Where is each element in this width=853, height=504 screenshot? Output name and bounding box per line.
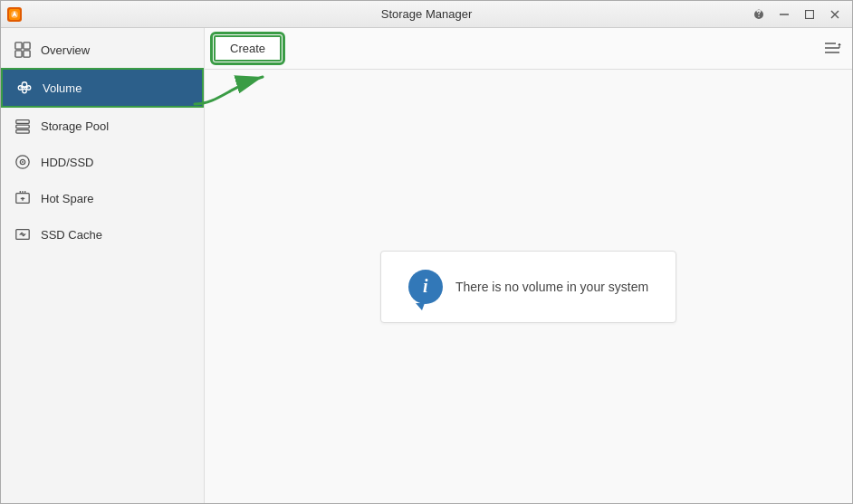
svg-point-9 xyxy=(22,82,26,87)
sidebar-storage-pool-label: Storage Pool xyxy=(41,119,109,133)
toolbar-left: Create xyxy=(214,35,282,62)
svg-rect-4 xyxy=(806,10,814,18)
empty-message-box: i There is no volume in your system xyxy=(380,251,676,323)
sidebar-hot-spare-label: Hot Spare xyxy=(41,192,94,205)
storage-manager-window: Storage Manager xyxy=(0,0,853,504)
volume-icon xyxy=(15,79,34,97)
maximize-button[interactable] xyxy=(798,5,821,24)
svg-point-21 xyxy=(22,161,24,163)
info-icon: i xyxy=(408,270,443,304)
svg-line-14 xyxy=(24,87,29,88)
svg-rect-18 xyxy=(16,130,29,134)
toolbar: Create xyxy=(205,28,852,70)
sidebar-item-overview[interactable]: Overview xyxy=(1,32,204,68)
close-button[interactable] xyxy=(823,5,847,24)
sidebar-volume-label: Volume xyxy=(43,81,81,95)
svg-point-12 xyxy=(23,89,27,93)
help-button[interactable] xyxy=(747,5,771,24)
content-area: Create i xyxy=(205,28,852,503)
window-title: Storage Manager xyxy=(381,7,472,21)
titlebar: Storage Manager xyxy=(1,1,852,28)
titlebar-right-controls xyxy=(747,5,847,24)
overview-icon xyxy=(14,41,32,59)
sidebar-item-volume[interactable]: Volume xyxy=(1,68,204,108)
create-button[interactable]: Create xyxy=(214,35,282,62)
hot-spare-icon xyxy=(14,189,32,207)
sidebar-ssd-cache-label: SSD Cache xyxy=(41,228,102,242)
svg-rect-17 xyxy=(16,125,29,128)
toolbar-right xyxy=(821,38,843,60)
svg-rect-6 xyxy=(24,43,30,49)
sidebar-overview-label: Overview xyxy=(41,43,90,57)
sidebar-item-storage-pool[interactable]: Storage Pool xyxy=(1,108,204,144)
svg-rect-16 xyxy=(16,120,29,124)
sort-icon[interactable] xyxy=(821,38,843,60)
sidebar: Overview Volume xyxy=(1,28,205,503)
minimize-button[interactable] xyxy=(772,5,796,24)
svg-rect-28 xyxy=(16,230,29,240)
sidebar-item-hdd-ssd[interactable]: HDD/SSD xyxy=(1,144,204,180)
svg-line-13 xyxy=(21,87,25,88)
sidebar-item-ssd-cache[interactable]: SSD Cache xyxy=(1,216,204,252)
hdd-ssd-icon xyxy=(14,153,32,171)
svg-rect-5 xyxy=(15,43,22,49)
sidebar-item-hot-spare[interactable]: Hot Spare xyxy=(1,180,204,216)
svg-rect-8 xyxy=(24,51,30,57)
empty-message-text: There is no volume in your system xyxy=(455,280,648,294)
empty-content-area: i There is no volume in your system xyxy=(205,70,852,503)
ssd-cache-icon xyxy=(14,225,32,243)
svg-rect-7 xyxy=(15,51,22,57)
main-layout: Overview Volume xyxy=(1,28,852,503)
storage-pool-icon xyxy=(14,117,32,135)
app-icon xyxy=(6,6,23,23)
svg-rect-3 xyxy=(780,14,789,15)
sidebar-hdd-ssd-label: HDD/SSD xyxy=(41,156,94,169)
